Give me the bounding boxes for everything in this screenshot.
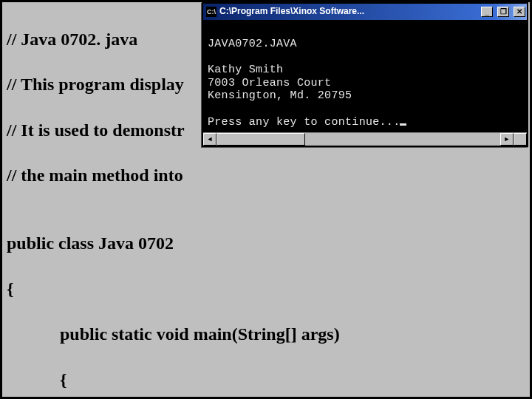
console-output: JAVA0702.JAVA Kathy Smith 7003 Orleans C…: [203, 20, 527, 132]
scroll-right-button[interactable]: ►: [500, 133, 514, 146]
code-line: // the main method into: [7, 164, 525, 187]
code-line: public static void main(String[] args): [7, 323, 525, 346]
text-cursor: [400, 123, 406, 126]
scroll-track[interactable]: [216, 133, 500, 146]
window-title: C:\Program Files\Xinox Software...: [219, 6, 477, 17]
scroll-thumb[interactable]: [216, 133, 305, 146]
code-line: {: [7, 369, 525, 392]
close-button[interactable]: ✕: [514, 7, 525, 17]
output-line: 7003 Orleans Court: [208, 77, 331, 89]
output-line: Press any key to continue...: [208, 116, 400, 129]
output-line: JAVA0702.JAVA: [208, 38, 297, 50]
resize-grip[interactable]: [514, 133, 527, 146]
output-line: Kathy Smith: [208, 64, 283, 76]
minimize-button[interactable]: _: [481, 7, 493, 17]
maximize-button[interactable]: ❐: [497, 7, 509, 17]
scroll-left-button[interactable]: ◄: [203, 133, 216, 146]
console-window: C:\ C:\Program Files\Xinox Software... _…: [202, 2, 528, 147]
cmd-icon: C:\: [206, 7, 216, 17]
output-line: Kensington, Md. 20795: [208, 89, 352, 102]
horizontal-scrollbar[interactable]: ◄ ►: [203, 132, 527, 146]
code-line: {: [7, 278, 525, 301]
titlebar[interactable]: C:\ C:\Program Files\Xinox Software... _…: [203, 4, 527, 20]
code-line: public class Java 0702: [7, 232, 525, 255]
